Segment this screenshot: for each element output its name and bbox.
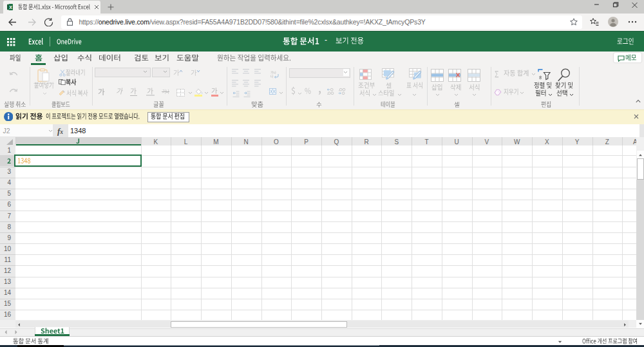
svg-text:X: X — [9, 5, 12, 10]
